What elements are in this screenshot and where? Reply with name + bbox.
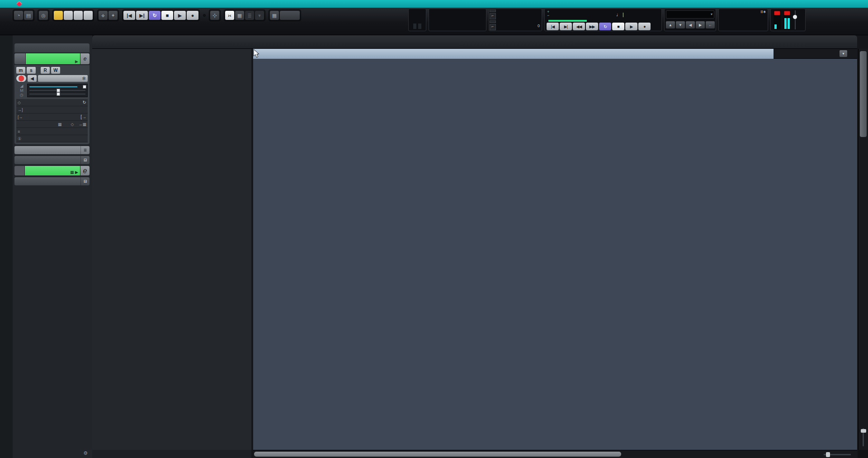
nudge-time-buttons[interactable]: +− (547, 10, 549, 17)
goto-previous-marker-button[interactable]: |◀ (123, 11, 135, 20)
tool-buttons (203, 14, 206, 17)
delay-slider[interactable] (29, 92, 85, 96)
record-button[interactable]: ● (187, 11, 198, 20)
horizontal-scrollbar-thumb[interactable] (254, 452, 621, 457)
pan-knob[interactable] (57, 89, 60, 92)
pan-slider[interactable] (29, 89, 85, 92)
nudge-up-button[interactable]: ▲ (666, 21, 675, 28)
inspector-write-button[interactable]: W (51, 67, 60, 74)
auto-punch-out-button[interactable]: ✦ (108, 11, 118, 20)
cycle-button[interactable]: ↻ (149, 11, 160, 20)
vertical-zoom-knob[interactable] (861, 429, 866, 433)
pan-icon: M (20, 88, 24, 93)
clip-indicator[interactable] (774, 11, 780, 15)
maximize-button[interactable] (816, 0, 830, 7)
mute-all-button[interactable] (54, 11, 63, 20)
toolbar: ◔ ▤ ◎ ⟡ ✦ |◀ ▶| ↻ ■ ▶ ● (0, 8, 868, 35)
snap-type-button[interactable]: ▦ (235, 11, 244, 20)
inspector-header[interactable] (14, 43, 90, 52)
position-slider[interactable] (548, 20, 587, 22)
volume-slider[interactable] (29, 85, 85, 89)
close-button[interactable] (850, 0, 863, 7)
input-routing-row[interactable]: →] (16, 106, 88, 113)
play-button-transport[interactable]: ▶ (625, 23, 637, 30)
channel-row[interactable]: ▦◇→▦ (16, 121, 88, 128)
inspector-record-arm-button[interactable]: ● (16, 75, 26, 82)
inspector-track-name[interactable]: ▶ (26, 53, 80, 64)
nudge-left-button[interactable]: ◀ (686, 21, 695, 28)
cycle-button-transport[interactable]: ↻ (599, 23, 611, 30)
inspector: ▶ e m s R W ● ◀ ✻ ◢M◷ (13, 35, 92, 458)
pre-roll-value[interactable] (496, 13, 542, 20)
open-instrument-icon[interactable]: →▦ (78, 122, 86, 127)
inspector-mute-button[interactable]: m (16, 67, 25, 74)
left-locator-value[interactable] (496, 9, 542, 13)
drum-map-row[interactable]: ① (16, 135, 88, 142)
track-list-bottom-bar[interactable] (92, 450, 251, 458)
volume-knob[interactable] (83, 85, 86, 89)
notepad-icon: ⊟ (80, 177, 90, 185)
quantize-preset-dropdown[interactable] (280, 11, 300, 20)
inspector-solo-button[interactable]: s (27, 67, 36, 74)
edit-instrument-button[interactable]: e (80, 166, 90, 175)
ruler-options-button[interactable]: ▾ (840, 50, 847, 57)
output-level-slider[interactable] (793, 10, 797, 29)
vertical-scrollbar[interactable] (858, 49, 868, 450)
write-all-button[interactable] (84, 11, 93, 20)
forward-button[interactable]: ▶▶ (586, 23, 598, 30)
nudge-right-button[interactable]: ▶ (696, 21, 705, 28)
autoscroll-button[interactable]: ⊹ (210, 11, 219, 20)
auto-punch-in-button[interactable]: ⟡ (99, 11, 108, 20)
inspector-monitor-button[interactable]: ◀ (28, 75, 37, 82)
grid-type-button[interactable]: ≣ (245, 11, 254, 20)
right-locator-value[interactable] (496, 20, 542, 24)
minimize-button[interactable] (788, 0, 801, 7)
goto-end-button[interactable]: ▶| (560, 23, 572, 30)
output-routing-row[interactable]: [→[→ (16, 113, 88, 121)
solo-all-button[interactable] (64, 11, 73, 20)
nudge-buttons: ▲ ▼ ◀ ▶ ← (666, 21, 715, 28)
notepad-section[interactable]: ⊟ (14, 177, 90, 185)
read-all-button[interactable] (74, 11, 83, 20)
pre-roll-icon: ⌐ (490, 13, 496, 20)
marker-select[interactable]: ▾ (666, 10, 714, 19)
play-button[interactable]: ▶ (174, 11, 186, 20)
bank-row[interactable]: ≡ (16, 128, 88, 135)
slider-knob[interactable] (793, 15, 797, 19)
inspector-settings-gear-icon[interactable]: ⚙ (83, 450, 88, 456)
window-layout-button[interactable]: ▤ (24, 11, 33, 20)
timeline-ruler[interactable]: ▾ (253, 49, 857, 59)
horizontal-zoom-knob[interactable] (826, 452, 830, 457)
nudge-back-button[interactable]: ← (706, 21, 715, 28)
chevron-down-icon: ▾ (711, 12, 712, 16)
output-icon-right: [→ (80, 114, 86, 119)
track-preset-row[interactable]: ◇↻ (16, 99, 88, 106)
input-icon: →] (18, 108, 23, 112)
instrument-section[interactable]: ▦ ▶ e (14, 166, 90, 175)
locators-panel[interactable]: ⌐ ⌐ 0 (489, 9, 542, 31)
edit-channel-button[interactable]: e (80, 53, 90, 64)
inspector-read-button[interactable]: R (41, 67, 50, 74)
chord-section[interactable]: ≣ (14, 146, 90, 154)
goto-next-marker-button[interactable]: ▶| (136, 11, 148, 20)
goto-start-button[interactable]: |◀ (547, 23, 559, 30)
reload-icon[interactable]: ↻ (83, 100, 86, 105)
vertical-scrollbar-thumb[interactable] (860, 51, 867, 137)
record-button-transport[interactable]: ● (638, 23, 651, 30)
horizontal-scrollbar[interactable] (253, 450, 857, 458)
activate-project-button[interactable]: ◔ (14, 11, 23, 20)
stop-button-transport[interactable]: ■ (612, 23, 624, 30)
preset-icon: ◇ (18, 100, 21, 105)
delay-knob[interactable] (57, 92, 60, 96)
rewind-button[interactable]: ◀◀ (573, 23, 585, 30)
midi-modifiers-section[interactable]: ⊟ (14, 156, 90, 164)
nudge-down-button[interactable]: ▼ (676, 21, 685, 28)
freeze-field[interactable]: ✻ (38, 75, 88, 82)
steinberg-hub-button[interactable]: ◎ (39, 11, 48, 20)
click-tempo-sync-panel: II∗ (718, 9, 768, 31)
clip-indicator[interactable] (784, 11, 790, 15)
grid-type-dropdown[interactable]: ▾ (255, 11, 264, 20)
snap-onoff-button[interactable]: ›‹ (225, 11, 234, 20)
stop-button[interactable]: ■ (161, 11, 173, 20)
record-modes-panel[interactable] (429, 9, 486, 31)
